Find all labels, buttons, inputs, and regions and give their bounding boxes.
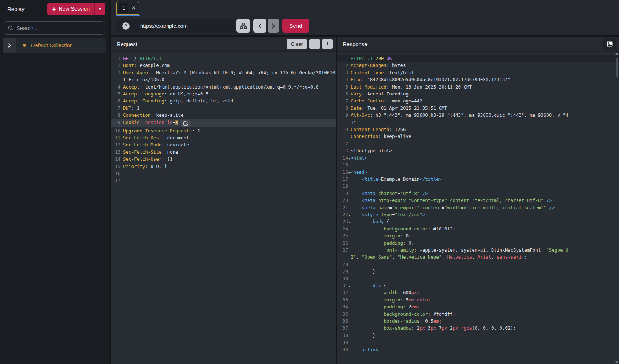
code-line[interactable]: 25 margin: 0;	[337, 232, 619, 239]
font-decrease-button[interactable]: −	[309, 39, 320, 49]
clear-button[interactable]: Clear	[287, 39, 307, 49]
code-line[interactable]: 39	[337, 339, 619, 346]
search-input[interactable]: Search...	[4, 21, 105, 35]
code-line[interactable]: 9Cookie: session_id=X	[111, 119, 336, 127]
line-number: 6	[111, 97, 123, 104]
code-line-text: div {	[351, 282, 619, 289]
code-line[interactable]: 38 }	[337, 332, 619, 339]
sidebar: Replay + New Session ▾ Search... De	[0, 0, 109, 364]
code-line[interactable]: 14Sec-Fetch-User: ?1	[111, 155, 336, 162]
code-line[interactable]: 32 width: 600px;	[337, 289, 619, 296]
code-line[interactable]: 18	[337, 183, 619, 189]
code-line[interactable]: 28	[337, 261, 619, 268]
code-line[interactable]: 16	[111, 170, 336, 177]
new-session-button[interactable]: + New Session ▾	[47, 3, 105, 15]
request-editor[interactable]: 1GET / HTTP/1.12Host: example.com3User-A…	[111, 52, 336, 364]
line-number: 1	[337, 55, 351, 62]
fold-toggle-icon[interactable]	[348, 286, 351, 287]
code-line[interactable]: 24 background-color: #f0f0f2;	[337, 225, 619, 232]
code-line[interactable]: 3User-Agent: Mozilla/5.0 (Windows NT 10.…	[111, 69, 336, 83]
code-line[interactable]: 23 body {	[337, 218, 619, 225]
request-title: Request	[117, 41, 287, 47]
code-line[interactable]: 5Last-Modified: Mon, 13 Jan 2025 20:11:2…	[337, 83, 619, 90]
scrollbar-thumb[interactable]	[616, 58, 618, 77]
code-line[interactable]: 2Host: example.com	[111, 62, 336, 69]
code-line[interactable]: 1HTTP/1.1 200 OK	[337, 55, 619, 62]
history-forward-button[interactable]	[268, 19, 279, 33]
url-input[interactable]: ? https://example.com	[116, 19, 235, 33]
new-session-main[interactable]: + New Session	[47, 3, 94, 15]
code-line[interactable]: 29 }	[337, 268, 619, 275]
code-line[interactable]: 1GET / HTTP/1.1	[111, 55, 336, 62]
code-line[interactable]: 10Upgrade-Insecure-Requests: 1	[111, 127, 336, 134]
code-line-text: Priority: u=0, i	[123, 163, 336, 170]
code-line[interactable]: 33 margin: 5em auto;	[337, 296, 619, 303]
collection-expand-button[interactable]	[3, 38, 16, 53]
fold-toggle-icon[interactable]	[348, 222, 351, 223]
code-line[interactable]: 14<html>	[337, 154, 619, 161]
code-line[interactable]: 35 background-color: #fdfdff;	[337, 311, 619, 318]
code-line[interactable]: 7DNT: 1	[111, 105, 336, 112]
fold-toggle-icon[interactable]	[348, 215, 351, 216]
fold-toggle-icon[interactable]	[348, 158, 351, 160]
send-button[interactable]: Send	[282, 19, 309, 33]
help-icon[interactable]: ?	[122, 22, 130, 30]
code-line[interactable]: 7Cache-Control: max-age=442	[337, 97, 619, 104]
connection-info-section[interactable]: ?	[116, 19, 135, 33]
code-line[interactable]: 37 box-shadow: 2px 3px 7px 2px rgba(0, 0…	[337, 324, 619, 331]
code-line[interactable]: 6Accept-Encoding: gzip, deflate, br, zst…	[111, 97, 336, 104]
line-number: 35	[337, 311, 351, 318]
response-scrollbar[interactable]	[615, 53, 619, 363]
code-line[interactable]: 31 div {	[337, 282, 619, 289]
code-line[interactable]: 30	[337, 275, 619, 282]
response-editor[interactable]: 1HTTP/1.1 200 OK2Accept-Ranges: bytes3Co…	[337, 52, 619, 364]
code-line[interactable]: 13Sec-Fetch-Site: none	[111, 149, 336, 155]
edit-cookie-button[interactable]	[181, 120, 191, 127]
code-line[interactable]: 8Connection: keep-alive	[111, 112, 336, 119]
code-line[interactable]: 11Sec-Fetch-Dest: document	[111, 134, 336, 141]
code-line[interactable]: 17	[111, 177, 336, 184]
new-session-dropdown-button[interactable]: ▾	[94, 3, 105, 15]
code-line[interactable]: 12Sec-Fetch-Mode: navigate	[111, 141, 336, 148]
code-line[interactable]: 26 padding: 0;	[337, 240, 619, 247]
code-line[interactable]: 3Content-Type: text/html	[337, 69, 619, 76]
request-panel: Request Clear − + 1GET / HTTP/1.12Host: …	[111, 37, 336, 364]
code-line[interactable]: 16<head>	[337, 169, 619, 176]
code-line[interactable]: 20 <meta http-equiv="Content-type" conte…	[337, 197, 619, 204]
code-line[interactable]: 22 <style type="text/css">	[337, 211, 619, 218]
code-line[interactable]: 10Content-Length: 1256	[337, 126, 619, 133]
code-line[interactable]: 6Vary: Accept-Encoding	[337, 90, 619, 97]
code-line[interactable]: 4ETag: "84238dfc8092e5d9c0dac8ef93371a07…	[337, 76, 619, 83]
code-line[interactable]: 27 font-family: -apple-system, system-ui…	[337, 247, 619, 261]
close-icon[interactable]: ×	[132, 5, 135, 11]
code-line-text: }	[351, 268, 619, 275]
code-line[interactable]: 2Accept-Ranges: bytes	[337, 62, 619, 69]
code-line[interactable]: 17 <title>Example Domain</title>	[337, 176, 619, 183]
code-line[interactable]: 11Connection: keep-alive	[337, 133, 619, 140]
code-line[interactable]: 19 <meta charset="utf-8" />	[337, 190, 619, 197]
sitemap-button[interactable]	[236, 19, 250, 33]
history-back-button[interactable]	[253, 19, 266, 33]
line-number: 11	[337, 133, 351, 140]
tab-session-1[interactable]: 1 ×	[116, 1, 139, 15]
code-line[interactable]: 4Accept: text/html,application/xhtml+xml…	[111, 83, 336, 90]
code-line[interactable]: 21 <meta name="viewport" content="width=…	[337, 204, 619, 211]
scroll-up-icon[interactable]	[615, 53, 618, 55]
code-line[interactable]: 15Priority: u=0, i	[111, 163, 336, 170]
render-preview-button[interactable]	[603, 38, 616, 50]
code-line[interactable]: 15	[337, 161, 619, 168]
sidebar-item-default-collection[interactable]: Default Collection	[3, 38, 106, 53]
code-line-text: Last-Modified: Mon, 13 Jan 2025 20:11:20…	[351, 83, 619, 90]
scroll-down-icon[interactable]	[615, 361, 618, 363]
font-increase-button[interactable]: +	[322, 39, 333, 49]
code-line[interactable]: 36 border-radius: 0.5em;	[337, 318, 619, 324]
fold-toggle-icon[interactable]	[348, 172, 351, 174]
code-line[interactable]: 13<!doctype html>	[337, 147, 619, 154]
code-line[interactable]: 34 padding: 2em;	[337, 303, 619, 310]
code-line[interactable]: 8Date: Tue, 01 Apr 2025 21:35:51 GMT	[337, 105, 619, 112]
code-line[interactable]: 12	[337, 140, 619, 147]
code-line[interactable]: 40 a:link	[337, 346, 619, 353]
code-line[interactable]: 5Accept-Language: en-US,en;q=0.5	[111, 90, 336, 97]
line-number: 39	[337, 339, 351, 346]
code-line[interactable]: 9Alt-Svc: h3=":443"; ma=93600,h3-29=":44…	[337, 112, 619, 126]
